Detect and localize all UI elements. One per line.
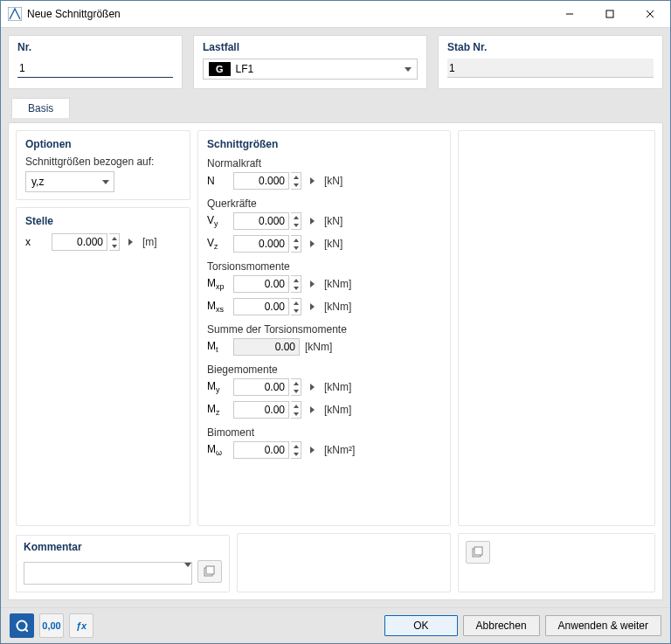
units-icon: 0,00 — [42, 620, 60, 631]
vy-label: Vy — [207, 214, 232, 228]
my-play-button[interactable] — [305, 378, 319, 396]
my-label: My — [207, 380, 232, 394]
svg-marker-12 — [294, 246, 299, 250]
mt-unit: [kNm] — [305, 341, 332, 353]
nr-input[interactable] — [17, 59, 173, 78]
svg-marker-8 — [294, 184, 299, 187]
mz-spinner[interactable] — [291, 401, 301, 419]
mxp-unit: [kNm] — [324, 278, 351, 290]
apply-next-button[interactable]: Anwenden & weiter — [545, 615, 661, 636]
svg-marker-14 — [294, 287, 299, 290]
kommentar-pick-button[interactable] — [197, 560, 222, 583]
preview-tools-box — [458, 533, 655, 592]
x-play-button[interactable] — [123, 233, 137, 251]
n-play-button[interactable] — [305, 172, 319, 190]
mxp-label: Mxp — [207, 277, 232, 291]
left-column: Optionen Schnittgrößen bezogen auf: y,z … — [16, 130, 190, 526]
units-button[interactable]: 0,00 — [39, 613, 64, 638]
fx-button[interactable]: ƒx — [69, 613, 93, 638]
biege-title: Biegemomente — [207, 364, 441, 376]
vy-play-button[interactable] — [305, 212, 319, 230]
mz-unit: [kNm] — [324, 404, 351, 416]
mxs-label: Mxs — [207, 300, 232, 314]
n-label: N — [207, 175, 232, 187]
lastfall-box: Lastfall G LF1 — [193, 35, 427, 89]
mw-spinner[interactable] — [291, 441, 301, 459]
svg-marker-15 — [294, 301, 299, 305]
mz-input[interactable]: 0.00 — [233, 401, 289, 419]
mxp-input[interactable]: 0.00 — [233, 275, 289, 293]
stelle-panel: Stelle x 0.000 [m] — [16, 207, 190, 526]
schnittgroessen-panel: Schnittgrößen Normalkraft N 0.000 [kN] Q… — [197, 130, 451, 526]
app-icon — [8, 7, 22, 21]
mw-input[interactable]: 0.00 — [233, 441, 289, 459]
svg-marker-22 — [294, 453, 299, 456]
window-title: Neue Schnittgrößen — [27, 8, 121, 20]
stab-input[interactable] — [447, 59, 654, 78]
normalkraft-title: Normalkraft — [207, 157, 441, 170]
x-spinner[interactable] — [109, 233, 120, 251]
svg-marker-13 — [294, 279, 299, 282]
optionen-title: Optionen — [25, 138, 181, 150]
svg-rect-26 — [474, 547, 482, 555]
mxp-play-button[interactable] — [305, 275, 319, 293]
mxs-play-button[interactable] — [305, 298, 319, 315]
svg-rect-2 — [606, 10, 613, 17]
ok-button[interactable]: OK — [384, 615, 457, 636]
vz-spinner[interactable] — [291, 235, 301, 253]
mxs-spinner[interactable] — [291, 298, 301, 315]
svg-marker-19 — [294, 405, 299, 408]
kommentar-combo[interactable] — [24, 562, 192, 585]
titlebar: Neue Schnittgrößen — [1, 1, 670, 28]
vy-spinner[interactable] — [291, 212, 301, 230]
kommentar-title: Kommentar — [24, 541, 222, 553]
mw-play-button[interactable] — [305, 441, 319, 459]
bezogen-combo[interactable]: y,z — [25, 171, 114, 192]
mw-label: Mω — [207, 443, 232, 457]
n-input[interactable]: 0.000 — [233, 172, 289, 190]
tab-page-basis: Optionen Schnittgrößen bezogen auf: y,z … — [8, 122, 663, 600]
kommentar-side-box — [237, 533, 451, 592]
tab-basis[interactable]: Basis — [11, 98, 70, 118]
my-input[interactable]: 0.00 — [233, 378, 289, 396]
lastfall-combo[interactable]: G LF1 — [203, 59, 418, 80]
bezogen-label: Schnittgrößen bezogen auf: — [25, 156, 181, 168]
help-button[interactable] — [10, 613, 34, 638]
my-spinner[interactable] — [291, 378, 301, 396]
cancel-button[interactable]: Abbrechen — [463, 615, 540, 636]
mxp-spinner[interactable] — [291, 275, 301, 293]
vy-input[interactable]: 0.000 — [233, 212, 289, 230]
svg-marker-20 — [294, 412, 299, 416]
svg-line-28 — [25, 629, 28, 632]
close-button[interactable] — [630, 1, 670, 27]
querkraefte-title: Querkräfte — [207, 197, 441, 210]
mxs-unit: [kNm] — [324, 301, 351, 313]
n-unit: [kN] — [324, 175, 342, 187]
x-unit: [m] — [142, 236, 157, 248]
vz-unit: [kN] — [324, 238, 342, 250]
bimoment-title: Bimoment — [207, 426, 441, 439]
vz-input[interactable]: 0.000 — [233, 235, 289, 253]
vz-row: Vz 0.000 [kN] — [207, 234, 441, 253]
svg-marker-21 — [294, 445, 299, 448]
minimize-button[interactable] — [550, 1, 590, 27]
preview-settings-button[interactable] — [466, 541, 490, 564]
mw-row: Mω 0.00 [kNm²] — [207, 440, 441, 460]
vz-play-button[interactable] — [305, 235, 319, 253]
options-icon — [472, 546, 484, 558]
chevron-down-icon — [399, 59, 417, 79]
preview-panel — [458, 130, 655, 526]
svg-marker-6 — [112, 245, 117, 248]
maximize-button[interactable] — [590, 1, 630, 27]
mz-label: Mz — [207, 403, 232, 417]
svg-marker-17 — [294, 382, 299, 385]
n-spinner[interactable] — [291, 172, 301, 190]
stab-box: Stab Nr. — [438, 35, 663, 89]
header-row: Nr. Lastfall G LF1 Stab Nr. — [8, 35, 663, 89]
vy-unit: [kN] — [324, 215, 342, 227]
mz-play-button[interactable] — [305, 401, 319, 419]
vy-row: Vy 0.000 [kN] — [207, 211, 441, 231]
stab-label: Stab Nr. — [447, 41, 654, 53]
x-input[interactable]: 0.000 — [52, 233, 107, 251]
mxs-input[interactable]: 0.00 — [233, 298, 289, 315]
